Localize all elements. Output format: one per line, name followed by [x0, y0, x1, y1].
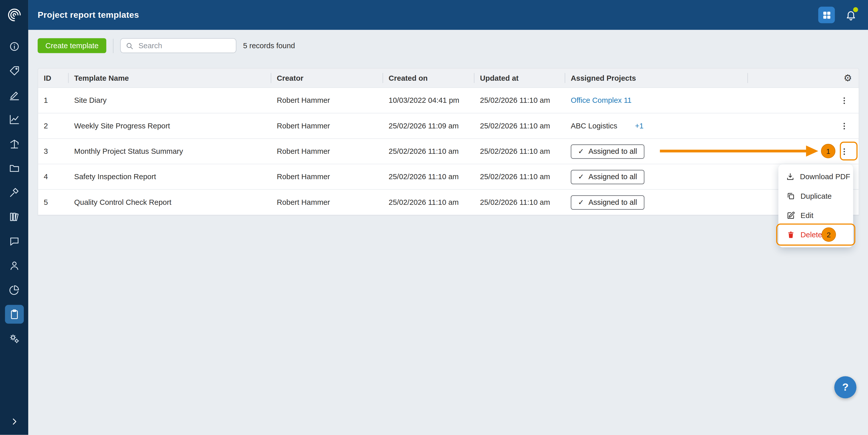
menu-item-duplicate[interactable]: Duplicate [778, 187, 853, 206]
cell-assigned-projects: ✓ Assigned to all [565, 190, 748, 215]
menu-item-label: Duplicate [801, 192, 832, 200]
templates-table: ID Template Name Creator Created on Upda… [38, 68, 859, 216]
column-header-template-name[interactable]: Template Name [68, 69, 271, 87]
cell-created-on: 25/02/2026 11:09 am [383, 113, 475, 138]
cell-created-on: 10/03/2022 04:41 pm [383, 88, 475, 113]
assigned-to-all-badge[interactable]: ✓ Assigned to all [571, 195, 644, 209]
sidebar-item-analytics[interactable] [5, 110, 24, 129]
badge-label: Assigned to all [588, 173, 637, 181]
topbar: Project report templates [28, 0, 868, 30]
sidebar-item-chat[interactable] [5, 232, 24, 250]
sidebar-collapse-toggle[interactable] [0, 414, 28, 429]
menu-item-label: Edit [801, 211, 813, 220]
column-header-created-on[interactable]: Created on [383, 69, 475, 87]
sidebar-item-contacts[interactable] [5, 256, 24, 275]
topbar-actions [818, 7, 859, 23]
cell-template-name: Quality Control Check Report [68, 190, 271, 215]
cell-template-name: Site Diary [68, 88, 271, 113]
cell-template-name: Monthly Project Status Summary [68, 139, 271, 164]
sidebar-item-reports[interactable] [5, 280, 24, 299]
help-button[interactable]: ? [834, 376, 856, 398]
cell-updated-at: 25/02/2026 11:10 am [474, 88, 565, 113]
column-header-id[interactable]: ID [38, 69, 68, 87]
assigned-more-link[interactable]: +1 [635, 122, 644, 130]
column-header-creator[interactable]: Creator [271, 69, 383, 87]
app-logo [5, 6, 24, 24]
row-actions-kebab-button[interactable] [837, 93, 852, 108]
search-input[interactable] [137, 41, 231, 50]
cell-id: 5 [38, 190, 68, 215]
duplicate-icon [786, 192, 795, 200]
cell-id: 1 [38, 88, 68, 113]
table-header-row: ID Template Name Creator Created on Upda… [38, 69, 859, 88]
cell-assigned-projects: ABC Logistics +1 [565, 113, 748, 138]
assigned-to-all-badge[interactable]: ✓ Assigned to all [571, 144, 644, 159]
kebab-menu-icon [840, 96, 849, 105]
cogs-icon [9, 333, 20, 344]
check-icon: ✓ [578, 148, 584, 155]
sidebar-item-settings[interactable] [5, 329, 24, 348]
create-template-button[interactable]: Create template [38, 38, 106, 53]
hammer-icon [9, 187, 20, 198]
badge-label: Assigned to all [588, 198, 637, 206]
check-icon: ✓ [578, 199, 584, 206]
assigned-project-link[interactable]: Office Complex 11 [571, 96, 631, 105]
search-icon [126, 42, 133, 50]
cell-actions [748, 139, 859, 164]
menu-item-delete[interactable]: Delete [778, 225, 853, 244]
cell-updated-at: 25/02/2026 11:10 am [474, 113, 565, 138]
cell-updated-at: 25/02/2026 11:10 am [474, 164, 565, 189]
menu-item-edit[interactable]: Edit [778, 206, 853, 225]
cell-actions [748, 88, 859, 113]
sidebar-item-tools[interactable] [5, 183, 24, 202]
screenshot-stage: Project report templates [0, 0, 868, 435]
cell-template-name: Safety Inspection Report [68, 164, 271, 189]
records-count: 5 records found [243, 42, 295, 50]
cell-creator: Robert Hammer [271, 190, 383, 215]
badge-label: Assigned to all [588, 147, 637, 156]
cell-id: 2 [38, 113, 68, 138]
table-row: 5 Quality Control Check Report Robert Ha… [38, 190, 859, 215]
cell-creator: Robert Hammer [271, 164, 383, 189]
crane-icon [9, 138, 20, 149]
cell-assigned-projects: ✓ Assigned to all [565, 164, 748, 189]
content-area: Project report templates [28, 0, 868, 435]
table-row: 3 Monthly Project Status Summary Robert … [38, 139, 859, 164]
sidebar-item-crane[interactable] [5, 135, 24, 153]
row-actions-kebab-button[interactable] [837, 118, 852, 133]
sidebar-item-report-templates[interactable] [5, 305, 24, 324]
cell-created-on: 25/02/2026 11:10 am [383, 164, 475, 189]
sidebar-item-documents[interactable] [5, 159, 24, 178]
edit-icon [786, 211, 795, 220]
info-icon [9, 41, 20, 52]
table-row: 2 Weekly Site Progress Report Robert Ham… [38, 113, 859, 139]
row-actions-kebab-button-active[interactable] [837, 144, 852, 159]
sidebar-item-info[interactable] [5, 37, 24, 56]
apps-grid-icon [822, 10, 831, 20]
row-actions-menu: Download PDF Duplicate Edit [778, 164, 853, 247]
table-settings-gear-icon[interactable]: ⚙ [844, 73, 852, 83]
column-header-assigned-projects[interactable]: Assigned Projects [565, 69, 748, 87]
page-title: Project report templates [38, 10, 139, 20]
notifications-button[interactable] [843, 7, 859, 23]
main-panel: Create template 5 records found ID Templ… [28, 30, 868, 435]
toolbar-divider [113, 39, 114, 53]
menu-item-label: Delete [801, 231, 822, 239]
sidebar-item-library[interactable] [5, 208, 24, 226]
apps-grid-button[interactable] [818, 7, 835, 23]
cell-created-on: 25/02/2026 11:10 am [383, 190, 475, 215]
sidebar-item-signature[interactable] [5, 86, 24, 105]
toolbar: Create template 5 records found [38, 38, 859, 53]
clipboard-icon [9, 309, 20, 320]
trash-icon [786, 230, 795, 239]
table-row: 4 Safety Inspection Report Robert Hammer… [38, 164, 859, 190]
cell-template-name: Weekly Site Progress Report [68, 113, 271, 138]
menu-item-download-pdf[interactable]: Download PDF [778, 167, 853, 186]
sidebar-item-tags[interactable] [5, 61, 24, 80]
kebab-menu-icon [840, 122, 849, 130]
brand-swirl-icon [6, 7, 22, 23]
table-row: 1 Site Diary Robert Hammer 10/03/2022 04… [38, 88, 859, 113]
assigned-to-all-badge[interactable]: ✓ Assigned to all [571, 170, 644, 184]
cell-creator: Robert Hammer [271, 113, 383, 138]
column-header-updated-at[interactable]: Updated at [474, 69, 565, 87]
